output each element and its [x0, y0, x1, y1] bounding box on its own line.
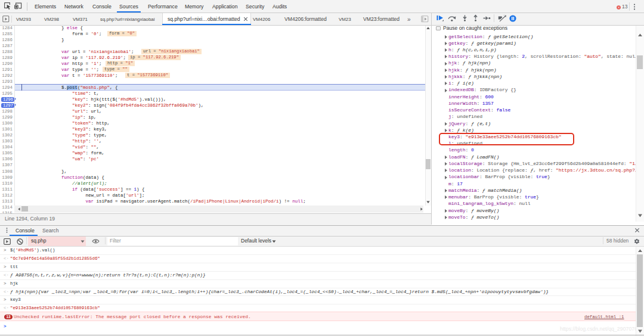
svg-text:13: 13 [6, 315, 11, 319]
